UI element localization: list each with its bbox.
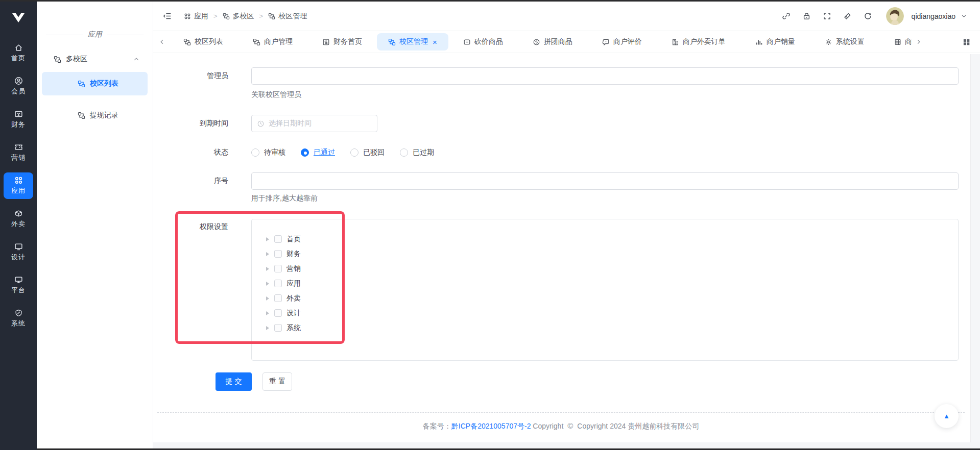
avatar[interactable]: [886, 7, 904, 25]
breadcrumb-separator: >: [213, 12, 218, 20]
submit-button[interactable]: 提 交: [216, 372, 252, 391]
tab-merchant-takeout-orders[interactable]: 商户外卖订单: [657, 31, 740, 53]
sidebar-item-finance[interactable]: 财务: [4, 106, 33, 133]
admin-label: 管理员: [153, 71, 228, 81]
caret-right-icon[interactable]: [266, 296, 269, 301]
tab-merchant-reviews[interactable]: 商户评价: [587, 31, 657, 53]
sidebar-item-system[interactable]: 系统: [4, 305, 33, 332]
tabs-scroll-right[interactable]: [912, 39, 925, 45]
scrollbar[interactable]: [970, 54, 980, 442]
caret-right-icon[interactable]: [266, 311, 269, 315]
radio-dot: [350, 148, 358, 157]
checkbox[interactable]: [274, 265, 282, 272]
clock-icon: [257, 120, 265, 128]
marketing-icon: [14, 143, 23, 152]
checkbox[interactable]: [274, 235, 282, 243]
tab-bargain-goods[interactable]: 砍价商品: [448, 31, 518, 53]
chevron-down-icon[interactable]: [961, 13, 967, 19]
checkbox[interactable]: [274, 309, 282, 317]
menu-item-campus-list[interactable]: 校区列表: [42, 72, 148, 95]
tree-label[interactable]: 营销: [286, 264, 301, 273]
sidebar-item-member[interactable]: 会员: [4, 73, 33, 99]
tabs-layout-grid-icon[interactable]: [959, 38, 974, 46]
seq-hint: 用于排序,越大越靠前: [251, 194, 318, 203]
tab-system-settings[interactable]: 系统设置: [810, 31, 879, 53]
tab-merchant-sales[interactable]: 商户销量: [740, 31, 810, 53]
tab-truncated[interactable]: 商: [879, 31, 912, 53]
tree-label[interactable]: 系统: [286, 323, 301, 333]
tab-label: 财务首页: [333, 37, 362, 46]
sidebar-item-apps[interactable]: 应用: [4, 172, 33, 199]
admin-input[interactable]: [251, 67, 959, 85]
seq-input[interactable]: [251, 172, 959, 190]
breadcrumb-item-campus-mgmt[interactable]: 校区管理: [268, 12, 307, 21]
tab-label: 商户评价: [613, 37, 642, 46]
close-icon[interactable]: [433, 38, 437, 46]
tree-item-apps: 应用: [266, 276, 958, 291]
sidebar-item-design[interactable]: 设计: [4, 239, 33, 265]
tab-finance-home[interactable]: 财务首页: [307, 31, 377, 53]
copyright-text: Copyright 2024 贵州越前科技有限公司: [577, 422, 699, 430]
tab-label: 商户外卖订单: [683, 37, 726, 46]
radio-approved[interactable]: 已通过: [301, 148, 335, 157]
breadcrumb-item-multicampus[interactable]: 多校区: [223, 12, 254, 21]
menu-fold-icon[interactable]: [158, 8, 176, 25]
tab-campus-list[interactable]: 校区列表: [169, 31, 238, 53]
form-content: 管理员 关联校区管理员 到期时间 选择日期时间 状态 待审核: [153, 54, 980, 442]
sidebar-item-label: 平台: [11, 286, 26, 295]
menu-group-label: 多校区: [66, 55, 87, 64]
tree-label[interactable]: 首页: [286, 235, 301, 244]
gear-icon: [825, 38, 832, 46]
lock-icon[interactable]: [798, 8, 816, 25]
tree-label[interactable]: 应用: [286, 279, 301, 288]
reset-button[interactable]: 重 置: [262, 372, 292, 391]
menu-item-withdraw-records[interactable]: 提现记录: [42, 104, 148, 127]
sidebar-item-platform[interactable]: 平台: [4, 272, 33, 298]
radio-pending[interactable]: 待审核: [251, 148, 285, 157]
clear-cache-icon[interactable]: [839, 8, 856, 25]
tree-label[interactable]: 外卖: [286, 294, 301, 303]
app-logo[interactable]: [8, 7, 29, 28]
back-to-top-button[interactable]: ▲: [935, 404, 959, 428]
tab-campus-mgmt[interactable]: 校区管理: [377, 33, 448, 51]
checkbox[interactable]: [274, 294, 282, 302]
expire-label: 到期时间: [153, 119, 228, 128]
caret-right-icon[interactable]: [266, 267, 269, 271]
checkbox[interactable]: [274, 280, 282, 287]
checkbox[interactable]: [274, 250, 282, 258]
admin-hint: 关联校区管理员: [251, 90, 301, 99]
design-icon: [14, 242, 23, 251]
tab-merchant-mgmt[interactable]: 商户管理: [238, 31, 307, 53]
refresh-icon[interactable]: [859, 8, 877, 25]
link-icon[interactable]: [778, 8, 795, 25]
status-label: 状态: [153, 148, 228, 157]
caret-right-icon[interactable]: [266, 282, 269, 286]
breadcrumb-item-apps[interactable]: 应用: [184, 12, 208, 21]
breadcrumb-label: 应用: [194, 12, 208, 21]
username[interactable]: qidiangaoxiao: [912, 12, 955, 20]
triangle-up-icon: ▲: [943, 412, 950, 420]
date-picker[interactable]: 选择日期时间: [251, 115, 377, 132]
radio-label: 已通过: [314, 148, 335, 157]
caret-right-icon[interactable]: [266, 326, 269, 330]
sidebar-item-home[interactable]: 首页: [4, 40, 33, 66]
caret-right-icon[interactable]: [266, 252, 269, 256]
node-icon: [78, 80, 85, 88]
tabs-scroll-left[interactable]: [155, 39, 169, 45]
tab-groupbuy-goods[interactable]: 拼团商品: [518, 31, 587, 53]
radio-rejected[interactable]: 已驳回: [350, 148, 385, 157]
main-area: 应用 > 多校区 > 校区管理: [153, 2, 980, 448]
radio-label: 已驳回: [363, 148, 385, 157]
sidebar-item-takeout[interactable]: 外卖: [4, 206, 33, 232]
fullscreen-icon[interactable]: [819, 8, 836, 25]
menu-group-multicampus[interactable]: 多校区: [37, 55, 153, 64]
radio-expired[interactable]: 已过期: [400, 148, 434, 157]
sidebar-item-marketing[interactable]: 营销: [4, 139, 33, 166]
sidebar-item-label: 应用: [11, 186, 26, 195]
caret-right-icon[interactable]: [266, 237, 269, 241]
icp-link[interactable]: 黔ICP备2021005707号-2: [451, 422, 531, 430]
tree-item-finance: 财务: [266, 246, 958, 261]
tree-label[interactable]: 财务: [286, 249, 301, 259]
tree-label[interactable]: 设计: [286, 309, 301, 318]
checkbox[interactable]: [274, 324, 282, 332]
